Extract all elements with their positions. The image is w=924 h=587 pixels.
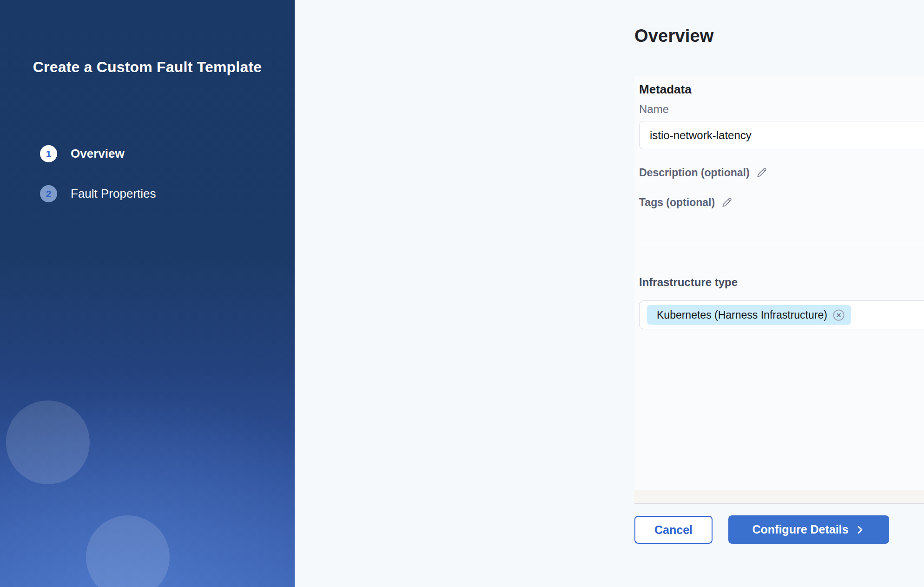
- page-title: Overview: [634, 26, 714, 46]
- infrastructure-type-input[interactable]: Kubernetes (Harness Infrastructure): [639, 300, 924, 329]
- tags-row: Tags (optional): [639, 196, 733, 209]
- wizard-sidebar: Create a Custom Fault Template 1 Overvie…: [0, 0, 295, 587]
- configure-details-label: Configure Details: [752, 523, 849, 536]
- overview-panel: Overview Metadata Name Id :: [295, 0, 924, 587]
- harness-logo-watermark: [0, 497, 9, 587]
- step-fault-properties[interactable]: 2 Fault Properties: [40, 185, 156, 202]
- infrastructure-chip-label: Kubernetes (Harness Infrastructure): [657, 309, 827, 321]
- chip-remove-button[interactable]: [832, 308, 845, 322]
- tags-label: Tags (optional): [639, 196, 715, 209]
- circle-x-icon: [832, 308, 845, 322]
- wizard-steps: 1 Overview 2 Fault Properties: [40, 145, 156, 202]
- step-1-label: Overview: [71, 147, 125, 161]
- edit-description-icon[interactable]: [755, 166, 768, 179]
- form-scroll-container: Metadata Name Id : istio-networ...: [634, 76, 924, 504]
- description-row: Description (optional): [639, 166, 768, 179]
- step-2-label: Fault Properties: [71, 187, 156, 201]
- harness-logo-watermark: [0, 383, 107, 502]
- infrastructure-chip: Kubernetes (Harness Infrastructure): [647, 305, 851, 325]
- cancel-button[interactable]: Cancel: [634, 516, 713, 544]
- overview-form: Metadata Name Id : istio-networ...: [639, 76, 924, 504]
- name-id-row: Name Id : istio-networ...: [639, 103, 924, 116]
- harness-logo-watermark: [69, 498, 187, 587]
- infrastructure-type-label: Infrastructure type: [639, 276, 738, 289]
- metadata-section-title: Metadata: [639, 82, 692, 97]
- chevron-right-icon: [855, 525, 865, 535]
- edit-tags-icon[interactable]: [720, 196, 733, 209]
- step-2-badge: 2: [40, 185, 57, 202]
- wizard-title: Create a Custom Fault Template: [0, 56, 295, 78]
- description-label: Description (optional): [639, 167, 750, 179]
- configure-details-button[interactable]: Configure Details: [728, 515, 889, 544]
- name-label: Name: [639, 103, 669, 116]
- section-divider: [639, 244, 924, 244]
- step-overview[interactable]: 1 Overview: [40, 145, 156, 162]
- step-1-badge: 1: [40, 145, 57, 162]
- name-input[interactable]: [639, 121, 924, 149]
